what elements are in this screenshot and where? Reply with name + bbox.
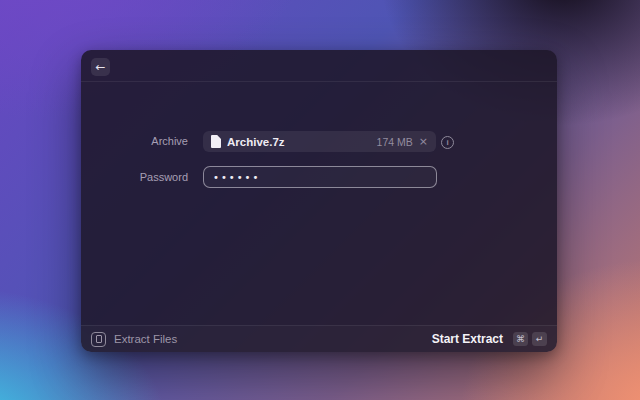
- password-label: Password: [81, 166, 188, 188]
- footer-actions: Start Extract ⌘ ↵: [432, 332, 547, 346]
- extract-form: Archive Archive.7z 174 MB × i Password: [81, 82, 557, 325]
- start-extract-button[interactable]: Start Extract: [432, 332, 503, 346]
- archive-label: Archive: [81, 131, 188, 152]
- return-key-icon[interactable]: ↵: [532, 332, 547, 346]
- info-icon[interactable]: i: [441, 136, 454, 149]
- archive-file-name: Archive.7z: [227, 136, 285, 148]
- footer-app: Extract Files: [91, 332, 177, 347]
- file-icon: [211, 135, 221, 148]
- back-button[interactable]: ←: [91, 58, 110, 76]
- footer-app-label: Extract Files: [114, 333, 177, 345]
- document-glyph: [96, 335, 102, 343]
- command-key-icon[interactable]: ⌘: [513, 332, 528, 346]
- remove-file-icon[interactable]: ×: [419, 136, 428, 147]
- archive-file-chip[interactable]: Archive.7z 174 MB ×: [203, 131, 436, 152]
- extract-window: ← Archive Archive.7z 174 MB × i Password…: [81, 50, 557, 352]
- extract-files-icon: [91, 332, 106, 347]
- titlebar: ←: [81, 50, 557, 82]
- archive-file-size: 174 MB: [377, 136, 413, 148]
- footer-bar: Extract Files Start Extract ⌘ ↵: [81, 325, 557, 352]
- password-input[interactable]: [203, 166, 437, 188]
